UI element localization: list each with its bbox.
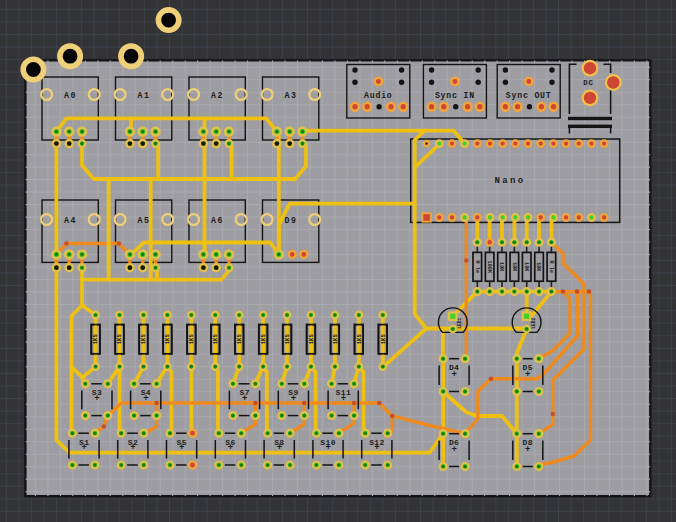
svg-text:+: + xyxy=(374,443,379,453)
svg-text:1K5: 1K5 xyxy=(116,334,123,345)
svg-text:R le: R le xyxy=(474,261,480,273)
svg-text:A2: A2 xyxy=(211,91,224,100)
svg-text:+: + xyxy=(81,443,86,453)
svg-text:1K5: 1K5 xyxy=(212,334,219,345)
svg-text:10K: 10K xyxy=(511,262,517,272)
svg-text:+: + xyxy=(130,443,135,453)
svg-text:+: + xyxy=(525,370,530,380)
svg-text:10K: 10K xyxy=(498,262,504,272)
svg-text:+: + xyxy=(341,394,346,404)
svg-text:A6: A6 xyxy=(211,216,224,225)
svg-text:Sync OUT: Sync OUT xyxy=(506,91,552,100)
svg-text:A5: A5 xyxy=(137,216,150,225)
svg-text:+: + xyxy=(525,445,530,455)
svg-text:1K5: 1K5 xyxy=(308,334,315,345)
svg-text:1K5: 1K5 xyxy=(188,334,195,345)
svg-text:Nano: Nano xyxy=(494,176,525,186)
svg-text:10K: 10K xyxy=(523,262,529,272)
svg-text:1K5: 1K5 xyxy=(332,334,339,345)
svg-text:100K: 100K xyxy=(486,261,492,274)
svg-text:10K: 10K xyxy=(535,262,541,272)
svg-text:1K5: 1K5 xyxy=(260,334,267,345)
svg-text:1K5: 1K5 xyxy=(380,334,387,345)
svg-text:A3: A3 xyxy=(284,91,297,100)
svg-text:R le: R le xyxy=(548,261,554,273)
svg-text:D9: D9 xyxy=(284,216,297,225)
svg-text:+: + xyxy=(228,443,233,453)
svg-text:A1: A1 xyxy=(137,91,150,100)
svg-text:1K5: 1K5 xyxy=(164,334,171,345)
svg-text:1K5: 1K5 xyxy=(356,334,363,345)
svg-text:DC: DC xyxy=(583,79,593,87)
svg-text:1K5: 1K5 xyxy=(236,334,243,345)
svg-text:Sync IN: Sync IN xyxy=(435,91,475,100)
svg-text:Audio: Audio xyxy=(364,91,393,100)
svg-text:A4: A4 xyxy=(64,216,77,225)
svg-text:+: + xyxy=(325,443,330,453)
svg-text:1K5: 1K5 xyxy=(140,334,147,345)
svg-text:+: + xyxy=(94,394,99,404)
svg-text:+: + xyxy=(451,370,456,380)
svg-text:+: + xyxy=(291,394,296,404)
svg-text:+: + xyxy=(277,443,282,453)
svg-text:+: + xyxy=(242,394,247,404)
svg-text:1K5: 1K5 xyxy=(284,334,291,345)
svg-text:1K5: 1K5 xyxy=(92,334,99,345)
svg-text:A0: A0 xyxy=(64,91,77,100)
svg-text:+: + xyxy=(143,394,148,404)
svg-text:+: + xyxy=(179,443,184,453)
svg-text:+: + xyxy=(451,445,456,455)
